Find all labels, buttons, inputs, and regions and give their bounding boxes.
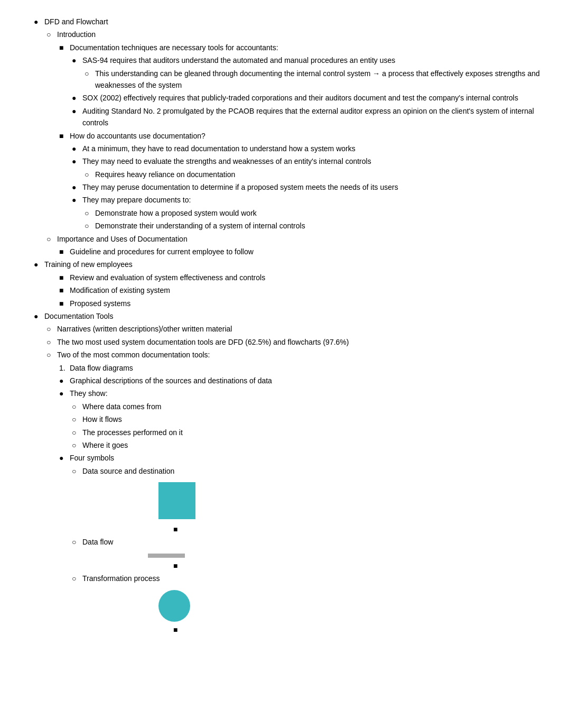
item-text: Data source and destination <box>82 465 540 477</box>
bullet-circle: ○ <box>85 207 95 219</box>
item-text: Where it goes <box>82 439 540 451</box>
bullet-disc: ● <box>34 259 44 270</box>
list-item: ■ How do accountants use documentation? <box>21 130 540 142</box>
list-item: ● They show: <box>21 388 540 399</box>
bullet-disc: ● <box>72 105 82 117</box>
list-item: ■ <box>110 523 540 535</box>
item-text: This understanding can be gleaned throug… <box>95 68 540 91</box>
bullet-circle: ○ <box>85 220 95 232</box>
item-text: Introduction <box>57 29 540 40</box>
item-text: Training of new employees <box>44 259 540 270</box>
item-text: Transformation process <box>82 573 540 584</box>
list-item: ● DFD and Flowchart <box>21 16 540 27</box>
bullet-disc: ● <box>72 194 82 206</box>
bullet-square: ■ <box>59 42 70 53</box>
list-item: ○ Importance and Uses of Documentation <box>21 233 540 245</box>
bullet-square: ■ <box>173 560 184 572</box>
item-text: Demonstrate their understanding of a sys… <box>95 220 540 232</box>
item-text: Graphical descriptions of the sources an… <box>70 375 540 386</box>
bullet-disc: ● <box>59 388 70 399</box>
bullet-circle: ○ <box>46 323 57 335</box>
outline-container: ● DFD and Flowchart ○ Introduction ■ Doc… <box>21 16 540 635</box>
list-item: ○ Demonstrate their understanding of a s… <box>21 220 540 232</box>
item-text: Documentation Tools <box>44 310 540 322</box>
item-text: The two most used system documentation t… <box>57 336 540 348</box>
list-item: ○ Data flow <box>21 536 540 548</box>
item-text: How it flows <box>82 413 540 425</box>
bullet-disc: ● <box>59 375 70 386</box>
list-item: ■ Documentation techniques are necessary… <box>21 42 540 53</box>
item-text: They may need to evaluate the strengths … <box>82 155 540 167</box>
item-text: Two of the most common documentation too… <box>57 349 540 361</box>
bullet-square: ■ <box>173 624 184 635</box>
list-item: ○ This understanding can be gleaned thro… <box>21 68 540 91</box>
bullet-disc: ● <box>72 155 82 167</box>
item-text: They may peruse documentation to determi… <box>82 181 540 193</box>
item-text: Data flow diagrams <box>70 362 540 374</box>
bullet-square: ■ <box>173 523 184 535</box>
list-item: 1. Data flow diagrams <box>21 362 540 374</box>
item-text: The processes performed on it <box>82 427 540 438</box>
bullet-circle: ○ <box>72 427 82 438</box>
number: 1. <box>59 362 70 374</box>
item-text: Four symbols <box>70 452 540 464</box>
bullet-circle: ○ <box>46 29 57 40</box>
bullet-disc: ● <box>72 143 82 154</box>
list-item: ○ Requires heavy reliance on documentati… <box>21 169 540 180</box>
list-item: ○ Demonstrate how a proposed system woul… <box>21 207 540 219</box>
bullet-disc: ● <box>72 54 82 66</box>
bullet-circle: ○ <box>85 68 95 79</box>
transformation-symbol <box>127 590 540 622</box>
item-text: Demonstrate how a proposed system would … <box>95 207 540 219</box>
list-item: ● Auditing Standard No. 2 promulgated by… <box>21 105 540 129</box>
item-text: They may prepare documents to: <box>82 194 540 206</box>
list-item: ■ Review and evaluation of system effect… <box>21 272 540 283</box>
bullet-circle: ○ <box>72 465 82 477</box>
bullet-square: ■ <box>59 272 70 283</box>
list-item: ● SAS-94 requires that auditors understa… <box>21 54 540 66</box>
bullet-disc: ● <box>34 16 44 27</box>
item-text: Requires heavy reliance on documentation <box>95 169 540 180</box>
list-item: ● They may prepare documents to: <box>21 194 540 206</box>
bullet-square: ■ <box>59 246 70 257</box>
bullet-circle: ○ <box>72 573 82 584</box>
bullet-square: ■ <box>59 130 70 142</box>
item-text: Data flow <box>82 536 540 548</box>
bullet-disc: ● <box>34 310 44 322</box>
bullet-disc: ● <box>72 92 82 104</box>
item-text: They show: <box>70 388 540 399</box>
list-item: ■ Modification of existing system <box>21 284 540 296</box>
item-text: Where data comes from <box>82 401 540 412</box>
list-item: ○ Introduction <box>21 29 540 40</box>
item-text: Importance and Uses of Documentation <box>57 233 540 245</box>
item-text: SAS-94 requires that auditors understand… <box>82 54 540 66</box>
bullet-circle: ○ <box>72 401 82 412</box>
list-item: ○ Data source and destination <box>21 465 540 477</box>
item-text: Review and evaluation of system effectiv… <box>70 272 540 283</box>
item-text: SOX (2002) effectively requires that pub… <box>82 92 540 104</box>
bullet-circle: ○ <box>46 336 57 348</box>
list-item: ● Training of new employees <box>21 259 540 270</box>
list-item: ○ How it flows <box>21 413 540 425</box>
list-item: ● SOX (2002) effectively requires that p… <box>21 92 540 104</box>
bullet-circle: ○ <box>46 233 57 245</box>
bullet-disc: ● <box>59 452 70 464</box>
list-item: ● Documentation Tools <box>21 310 540 322</box>
list-item: ● They may peruse documentation to deter… <box>21 181 540 193</box>
list-item: ○ The processes performed on it <box>21 427 540 438</box>
bullet-disc: ● <box>72 181 82 193</box>
list-item: ■ Guideline and procedures for current e… <box>21 246 540 257</box>
item-text: Guideline and procedures for current emp… <box>70 246 540 257</box>
list-item: ■ <box>110 560 540 572</box>
item-text: DFD and Flowchart <box>44 16 540 27</box>
bullet-circle: ○ <box>72 413 82 425</box>
circle-icon <box>158 590 190 622</box>
list-item: ○ Narratives (written descriptions)/othe… <box>21 323 540 335</box>
list-item: ○ Where data comes from <box>21 401 540 412</box>
bullet-circle: ○ <box>46 349 57 361</box>
teal-square-symbol <box>127 482 540 519</box>
arrow-icon <box>148 554 185 558</box>
list-item: ● Graphical descriptions of the sources … <box>21 375 540 386</box>
list-item: ○ Two of the most common documentation t… <box>21 349 540 361</box>
item-text: Proposed systems <box>70 298 540 309</box>
